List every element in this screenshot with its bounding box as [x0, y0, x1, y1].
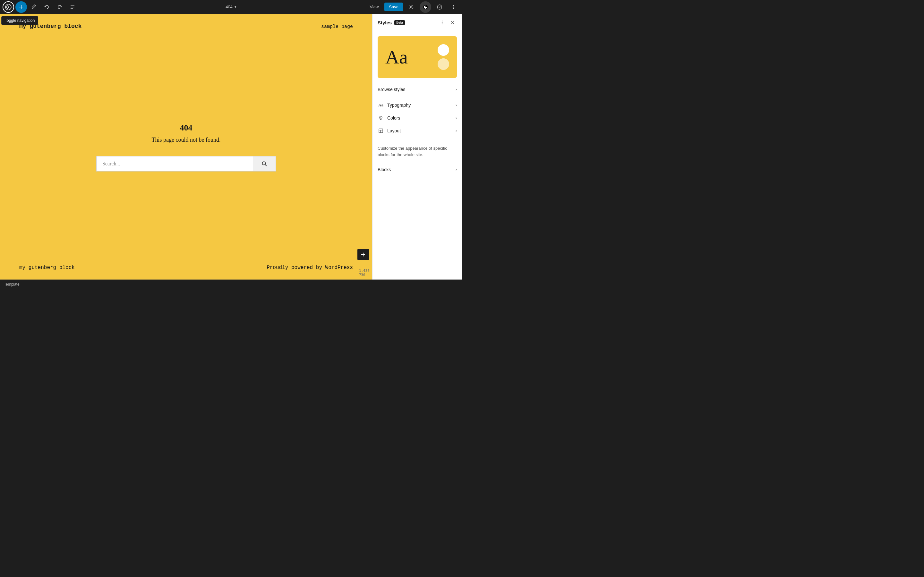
browse-styles-label: Browse styles	[378, 87, 405, 92]
document-overview-button[interactable]	[67, 1, 78, 13]
browse-styles-chevron: ›	[456, 87, 457, 92]
colors-nav-item[interactable]: Colors ›	[373, 111, 462, 124]
canvas-coordinates: 1,436 730	[359, 269, 370, 277]
svg-rect-26	[379, 129, 383, 133]
layout-chevron: ›	[456, 129, 457, 133]
layout-icon	[378, 127, 384, 134]
canvas-content: my gutenberg block sample page 404 This …	[0, 14, 372, 279]
view-button[interactable]: View	[367, 3, 382, 11]
typography-label: Typography	[387, 103, 411, 108]
typography-icon: Aa	[378, 102, 384, 108]
typography-nav-left: Aa Typography	[378, 102, 411, 108]
status-bar: Template	[0, 279, 462, 288]
site-header: my gutenberg block sample page	[0, 14, 372, 36]
styles-panel: Styles Beta Aa Browse styles ›	[372, 14, 462, 279]
browse-styles-item[interactable]: Browse styles ›	[373, 83, 462, 96]
style-preview: Aa	[378, 36, 457, 78]
layout-nav-left: Layout	[378, 127, 401, 134]
search-submit-button[interactable]	[253, 156, 276, 171]
toolbar-right: View Save ?	[367, 1, 459, 13]
styles-button[interactable]	[420, 1, 431, 13]
typography-nav-item[interactable]: Aa Typography ›	[373, 99, 462, 111]
svg-point-1	[8, 6, 9, 8]
site-footer: my gutenberg block Proudly powered by Wo…	[0, 258, 372, 279]
settings-button[interactable]	[405, 1, 417, 13]
search-input[interactable]	[96, 156, 253, 171]
blocks-nav-item[interactable]: Blocks ›	[373, 163, 462, 176]
typography-chevron: ›	[456, 103, 457, 107]
footer-site-title: my gutenberg block	[19, 265, 75, 271]
search-area	[96, 156, 276, 171]
preview-circle-light	[438, 58, 449, 70]
footer-powered-by: Proudly powered by WordPress	[267, 265, 353, 271]
panel-header: Styles Beta	[373, 14, 462, 31]
svg-point-14	[453, 6, 454, 7]
colors-label: Colors	[387, 115, 400, 121]
panel-more-button[interactable]	[438, 18, 447, 27]
svg-point-22	[442, 23, 443, 24]
page-title-text: 404	[226, 5, 233, 9]
toolbar-center: 404 ▾	[222, 3, 240, 11]
svg-point-16	[262, 161, 266, 165]
main-layout: my gutenberg block sample page 404 This …	[0, 14, 462, 279]
status-template: Template	[4, 282, 19, 287]
canvas-area: my gutenberg block sample page 404 This …	[0, 14, 372, 279]
panel-header-left: Styles Beta	[378, 20, 405, 25]
preview-circle-white	[438, 44, 449, 56]
customize-text: Customize the appearance of specific blo…	[373, 140, 462, 163]
svg-line-17	[265, 164, 267, 166]
colors-chevron: ›	[456, 116, 457, 120]
colors-icon	[378, 115, 384, 121]
svg-point-15	[453, 8, 454, 9]
preview-circles	[438, 44, 449, 70]
layout-nav-item[interactable]: Layout ›	[373, 124, 462, 137]
toggle-navigation-tooltip: Toggle navigation	[1, 16, 38, 25]
svg-point-13	[453, 5, 454, 6]
colors-nav-left: Colors	[378, 115, 400, 121]
redo-button[interactable]	[54, 1, 65, 13]
add-block-toolbar-button[interactable]	[15, 1, 27, 13]
panel-header-right	[438, 18, 457, 27]
page-title-chevron: ▾	[234, 5, 236, 9]
svg-point-8	[411, 6, 412, 8]
panel-title: Styles	[378, 20, 392, 25]
add-block-canvas-button[interactable]	[357, 249, 369, 260]
toolbar: Toggle navigation 404 ▾ View Save	[0, 0, 462, 14]
panel-nav: Aa Typography › Colors ›	[373, 96, 462, 140]
undo-button[interactable]	[41, 1, 53, 13]
page-title-button[interactable]: 404 ▾	[222, 3, 240, 11]
wordpress-logo[interactable]	[3, 1, 14, 13]
edit-tool-button[interactable]	[28, 1, 40, 13]
blocks-label: Blocks	[378, 167, 391, 172]
error-code: 404	[180, 123, 192, 133]
error-content: 404 This page could not be found.	[0, 36, 372, 258]
beta-badge: Beta	[394, 20, 405, 25]
svg-point-20	[442, 21, 443, 21]
svg-text:?: ?	[439, 5, 441, 9]
toolbar-left: Toggle navigation	[3, 1, 78, 13]
more-options-button[interactable]	[448, 1, 459, 13]
site-nav: sample page	[321, 23, 353, 29]
preview-typography: Aa	[385, 46, 408, 68]
blocks-chevron: ›	[456, 167, 457, 172]
nav-link[interactable]: sample page	[321, 24, 353, 29]
save-button[interactable]: Save	[384, 3, 403, 11]
layout-label: Layout	[387, 128, 401, 133]
error-message: This page could not be found.	[152, 137, 221, 143]
panel-close-button[interactable]	[448, 18, 457, 27]
help-button[interactable]: ?	[434, 1, 445, 13]
svg-point-21	[442, 22, 443, 23]
